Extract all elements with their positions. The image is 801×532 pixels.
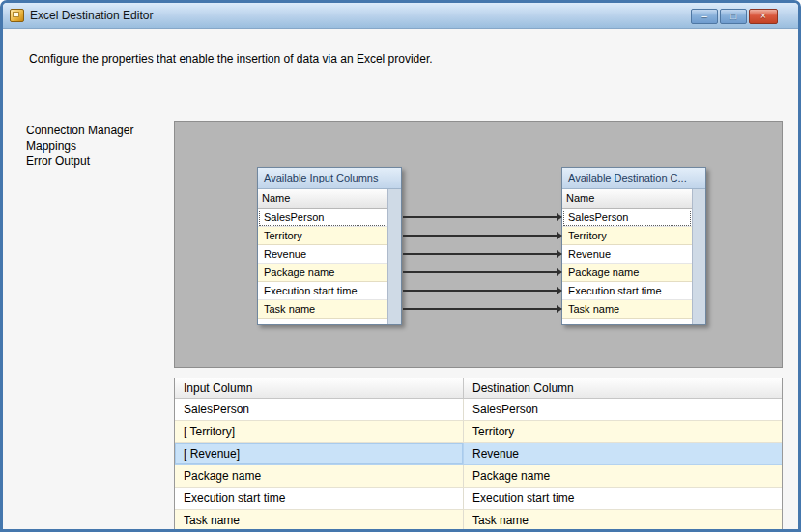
grid-cell-destination[interactable]: Task name [464,510,782,532]
input-column-row[interactable]: Task name [258,300,387,319]
grid-cell-destination[interactable]: Execution start time [464,488,782,510]
destination-box-gutter [692,189,705,324]
input-rows: SalesPerson Territory Revenue Package na… [258,209,387,319]
destination-column-row[interactable]: Package name [562,264,692,282]
grid-row[interactable]: [ Territory] Territory [175,421,782,443]
grid-header-destination-column[interactable]: Destination Column [464,378,782,398]
sidebar-item-error-output[interactable]: Error Output [26,154,133,169]
grid-cell-input[interactable]: [ Revenue] [175,443,464,465]
input-box-column: Name SalesPerson Territory Revenue Packa… [258,189,387,324]
sidebar-item-connection-manager[interactable]: Connection Manager [26,123,133,138]
grid-cell-input[interactable]: [ Territory] [175,421,464,443]
grid-cell-destination[interactable]: Territory [464,421,782,443]
destination-name-column-header[interactable]: Name [562,189,692,209]
mapping-connector-line[interactable] [403,271,558,273]
grid-rows: SalesPerson SalesPerson [ Territory] Ter… [175,399,782,532]
grid-row[interactable]: SalesPerson SalesPerson [175,399,782,421]
sidebar-item-mappings[interactable]: Mappings [26,138,133,154]
destination-column-row[interactable]: Revenue [562,245,692,264]
destination-column-row[interactable]: Territory [562,227,692,245]
destination-column-row[interactable]: Execution start time [562,282,692,300]
grid-cell-destination[interactable]: SalesPerson [464,399,782,421]
dialog-description: Configure the properties that enable the… [29,52,433,66]
grid-cell-input[interactable]: SalesPerson [175,399,464,421]
input-column-row[interactable]: SalesPerson [258,209,387,227]
excel-destination-editor-window: Excel Destination Editor – □ × Configure… [0,0,801,532]
grid-row[interactable]: Execution start time Execution start tim… [175,488,782,510]
destination-box-title[interactable]: Available Destination C... [562,168,705,189]
mapping-connector-line[interactable] [403,290,558,292]
input-column-row[interactable]: Execution start time [258,282,387,300]
input-column-row[interactable]: Revenue [258,245,387,264]
mapping-connector-line[interactable] [403,216,558,218]
destination-box-column: Name SalesPerson Territory Revenue Packa… [562,189,692,324]
available-input-columns-box: Available Input Columns Name SalesPerson… [257,167,402,325]
destination-box-body: Name SalesPerson Territory Revenue Packa… [562,189,705,324]
mapping-connector-line[interactable] [403,253,558,255]
window-title: Excel Destination Editor [30,9,153,22]
input-name-column-header[interactable]: Name [258,189,387,209]
window-controls: – □ × [691,9,778,24]
grid-cell-destination[interactable]: Revenue [464,443,782,465]
mapping-canvas[interactable]: Available Input Columns Name SalesPerson… [174,121,783,368]
destination-column-row[interactable]: SalesPerson [562,209,692,227]
grid-header-input-column[interactable]: Input Column [175,378,464,398]
sidebar-nav: Connection Manager Mappings Error Output [26,123,133,169]
grid-cell-input[interactable]: Execution start time [175,488,464,510]
close-button[interactable]: × [749,9,778,24]
input-box-gutter [387,189,401,324]
grid-cell-input[interactable]: Package name [175,465,464,488]
mapping-grid: Input Column Destination Column SalesPer… [174,378,783,532]
titlebar[interactable]: Excel Destination Editor – □ × [3,3,798,29]
input-column-row[interactable]: Package name [258,264,387,282]
grid-row[interactable]: Task name Task name [175,510,782,532]
grid-row[interactable]: Package name Package name [175,465,782,488]
app-icon [10,9,24,22]
input-box-title[interactable]: Available Input Columns [258,168,401,189]
input-column-row[interactable]: Territory [258,227,387,245]
mapping-connector-line[interactable] [403,235,558,237]
minimize-button[interactable]: – [691,9,718,24]
mapping-connector-line[interactable] [403,308,558,310]
grid-cell-destination[interactable]: Package name [464,465,782,488]
available-destination-columns-box: Available Destination C... Name SalesPer… [561,167,706,325]
grid-row[interactable]: [ Revenue] Revenue [175,443,782,465]
grid-header: Input Column Destination Column [175,378,782,399]
destination-column-row[interactable]: Task name [562,300,692,319]
input-box-body: Name SalesPerson Territory Revenue Packa… [258,189,401,324]
maximize-button[interactable]: □ [720,9,747,24]
grid-cell-input[interactable]: Task name [175,510,464,532]
destination-rows: SalesPerson Territory Revenue Package na… [562,209,692,319]
